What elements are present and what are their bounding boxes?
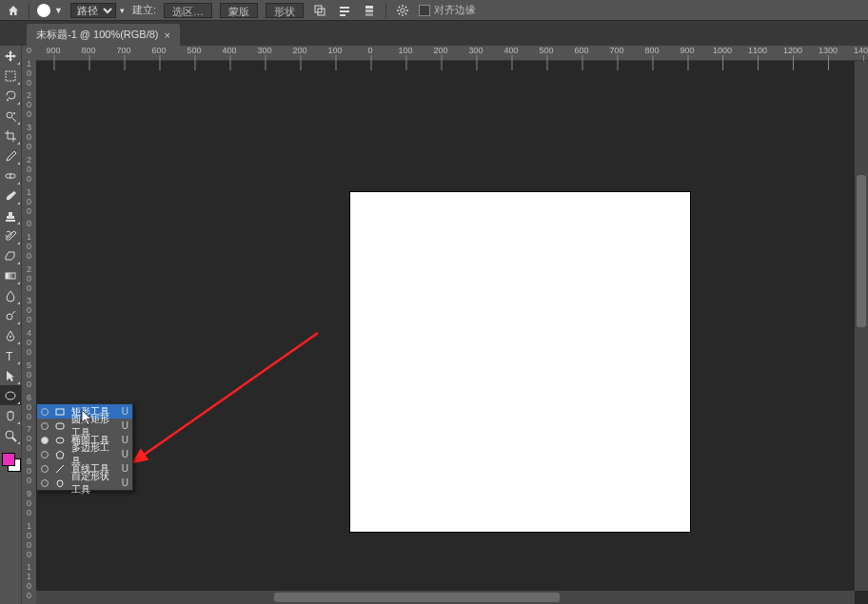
document-tab-title: 未标题-1 @ 100%(RGB/8) xyxy=(36,28,159,42)
home-button[interactable] xyxy=(6,3,21,18)
zoom-tool-icon xyxy=(4,429,17,442)
make-mask-button[interactable]: 蒙版 xyxy=(220,3,258,18)
ruler-tick-digit: 5 xyxy=(22,360,36,370)
svg-line-36 xyxy=(56,465,64,473)
dodge-tool[interactable] xyxy=(0,305,21,325)
ruler-tick-digit: 6 xyxy=(22,393,36,402)
ruler-tick-digit: 1 xyxy=(22,562,36,572)
custom-icon xyxy=(54,478,66,488)
ruler-tick: 200 xyxy=(292,46,306,55)
path-combine-button[interactable] xyxy=(311,3,328,18)
flyout-item-roundrect[interactable]: 圆角矩形工具U xyxy=(37,419,132,433)
flyout-item-shortcut: U xyxy=(122,463,128,474)
separator xyxy=(385,3,386,18)
move-tool-icon xyxy=(4,49,17,63)
vertical-scrollbar[interactable] xyxy=(855,61,868,591)
path-select-tool-icon xyxy=(4,369,17,382)
scrollbar-thumb[interactable] xyxy=(857,175,866,327)
workspace: T 01002003002001000100200300400500600700… xyxy=(0,46,868,604)
flyout-item-shortcut: U xyxy=(122,435,128,445)
svg-rect-23 xyxy=(6,273,15,279)
ruler-tick-digit: 0 xyxy=(22,498,36,508)
ruler-tick-digit: 2 xyxy=(22,90,36,100)
radio-icon xyxy=(41,422,49,430)
align-edges-label: 对齐边缘 xyxy=(434,3,476,17)
svg-point-20 xyxy=(13,112,15,114)
pen-tool[interactable] xyxy=(0,325,21,345)
gradient-tool[interactable] xyxy=(0,265,21,285)
marquee-tool-icon xyxy=(4,69,17,83)
shape-tool[interactable] xyxy=(0,385,21,405)
ruler-tick-digit: 1 xyxy=(22,232,36,242)
home-icon xyxy=(7,4,20,17)
svg-rect-33 xyxy=(56,423,64,429)
crop-tool[interactable] xyxy=(0,126,21,146)
ruler-tick: 1100 xyxy=(748,46,767,55)
ruler-tick-digit: 0 xyxy=(22,434,36,443)
zoom-tool[interactable] xyxy=(0,425,21,445)
brush-tool[interactable] xyxy=(0,185,21,205)
combine-icon xyxy=(313,4,326,17)
make-shape-button[interactable]: 形状 xyxy=(266,3,304,18)
quick-select-tool[interactable] xyxy=(0,106,21,126)
hand-tool[interactable] xyxy=(0,405,21,425)
ruler-tick: 500 xyxy=(187,46,201,55)
eyedropper-tool[interactable] xyxy=(0,146,21,166)
scrollbar-thumb[interactable] xyxy=(274,593,560,602)
flyout-item-polygon[interactable]: 多边形工具U xyxy=(37,447,132,461)
ruler-tick-digit: 0 xyxy=(22,109,36,119)
healing-tool[interactable] xyxy=(0,166,21,185)
align-edges-checkbox[interactable]: 对齐边缘 xyxy=(419,3,476,17)
ruler-tick: 100 xyxy=(327,46,342,55)
chevron-down-icon: ▾ xyxy=(120,6,125,15)
ruler-tick-digit: 0 xyxy=(22,283,36,293)
type-tool[interactable]: T xyxy=(0,345,21,365)
dodge-tool-icon xyxy=(4,309,17,322)
eraser-tool[interactable] xyxy=(0,245,21,265)
ruler-tick: 1200 xyxy=(783,46,802,55)
horizontal-scrollbar[interactable] xyxy=(36,591,855,604)
radio-icon xyxy=(41,408,49,416)
ruler-tick-digit: 0 xyxy=(22,550,36,559)
polygon-icon xyxy=(54,450,66,459)
ruler-tick-digit: 0 xyxy=(22,100,36,109)
foreground-color-swatch[interactable] xyxy=(2,453,15,466)
path-arrange-button[interactable] xyxy=(361,3,378,18)
history-brush-tool[interactable] xyxy=(0,225,21,245)
marquee-tool[interactable] xyxy=(0,66,21,86)
svg-point-26 xyxy=(10,336,11,338)
move-tool[interactable] xyxy=(0,46,21,66)
ruler-tick-digit: 0 xyxy=(22,174,36,184)
tool-mode-select[interactable]: 路径 xyxy=(70,3,116,18)
color-swatches[interactable] xyxy=(0,451,21,477)
ruler-tick: 1400 xyxy=(854,46,868,55)
svg-text:T: T xyxy=(6,350,13,362)
type-tool-icon: T xyxy=(4,349,17,362)
document-canvas[interactable] xyxy=(350,192,690,532)
document-tab[interactable]: 未标题-1 @ 100%(RGB/8) × xyxy=(27,24,180,46)
flyout-item-custom[interactable]: 自定形状工具U xyxy=(37,476,132,490)
stamp-tool[interactable] xyxy=(0,205,21,225)
ruler-tick: 900 xyxy=(46,46,60,55)
svg-line-16 xyxy=(405,6,406,7)
path-select-tool[interactable] xyxy=(0,365,21,385)
ruler-tick-digit: 0 xyxy=(22,380,36,389)
ruler-tick-digit: 0 xyxy=(22,531,36,540)
ruler-tick: 900 xyxy=(680,46,694,55)
close-icon[interactable]: × xyxy=(165,29,170,41)
arrange-icon xyxy=(363,4,376,17)
ruler-tick: 1000 xyxy=(713,46,732,55)
path-align-button[interactable] xyxy=(336,3,353,18)
lasso-tool[interactable] xyxy=(0,86,21,106)
make-selection-button[interactable]: 选区… xyxy=(164,3,212,18)
roundrect-icon xyxy=(54,421,66,431)
current-shape-indicator[interactable] xyxy=(37,4,50,17)
gear-button[interactable] xyxy=(394,3,411,18)
svg-rect-2 xyxy=(340,7,349,9)
blur-tool[interactable] xyxy=(0,285,21,305)
canvas-area[interactable]: 9008007006005004003002001000100200300400… xyxy=(36,46,868,604)
ruler-tick-digit: 0 xyxy=(22,370,36,380)
ruler-tick: 100 xyxy=(398,46,412,55)
flyout-item-shortcut: U xyxy=(122,449,128,459)
svg-rect-6 xyxy=(365,10,373,12)
